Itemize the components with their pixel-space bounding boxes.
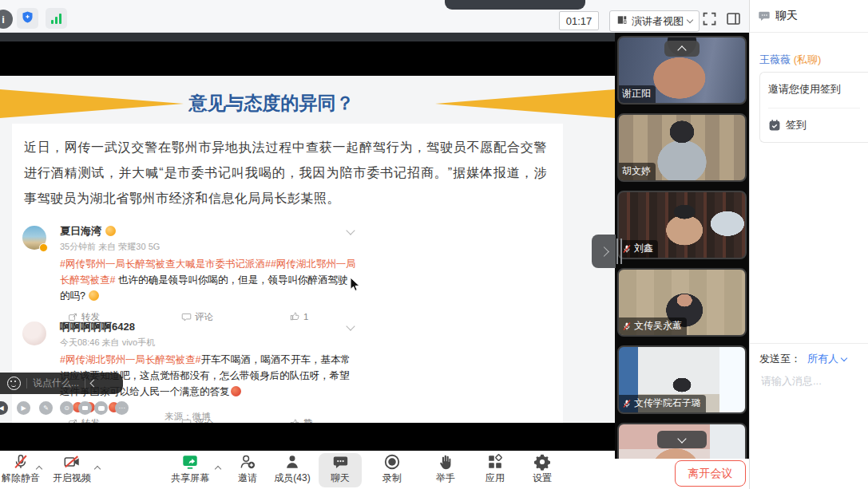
repost-icon <box>68 418 78 423</box>
chat-icon <box>331 453 349 471</box>
hashtag-link[interactable]: #网传湖北鄂州一局长醉驾被查# <box>60 354 200 365</box>
settings-button[interactable]: 设置 <box>517 453 568 487</box>
raise-hand-button[interactable]: 举手 <box>420 453 471 487</box>
chat-message-input[interactable] <box>759 374 862 388</box>
smiley-icon[interactable] <box>7 377 21 390</box>
collapse-left-icon[interactable] <box>90 380 98 388</box>
message-sender: 王薇薇 (私聊) <box>759 53 821 67</box>
participant-video-tile[interactable] <box>617 423 747 459</box>
collapsed-meeting-controls-tab[interactable] <box>445 0 585 10</box>
private-chat-tag: (私聊) <box>794 53 822 65</box>
security-shield-button[interactable] <box>17 8 38 29</box>
leave-meeting-button[interactable]: 离开会议 <box>675 460 746 487</box>
fullscreen-button[interactable] <box>701 10 718 27</box>
share-screen-button[interactable]: 共享屏幕 <box>164 453 216 487</box>
strip-drag-grip[interactable] <box>616 239 622 264</box>
raise-hand-icon <box>437 453 454 471</box>
participant-video-strip: 谢正阳 胡文婷 刘鑫 文传吴永蕙 文传学院石子璐 <box>615 32 749 459</box>
top-bar: i 01:17 演讲者视图 <box>0 0 749 33</box>
comment-bubble-icon[interactable] <box>94 401 108 415</box>
chat-header: 聊天 <box>750 0 868 33</box>
participant-name: 文传学院石子璐 <box>634 396 701 410</box>
play-icon[interactable]: ▶ <box>17 401 30 415</box>
invite-icon <box>239 453 256 471</box>
chevron-down-icon <box>841 354 847 361</box>
shield-plus-icon <box>21 10 34 27</box>
mic-muted-icon <box>622 321 632 331</box>
network-quality-button[interactable] <box>46 8 67 29</box>
video-options-caret[interactable] <box>92 462 103 473</box>
shared-screen-region: 意见与态度的异同？ 近日，网传一武汉交警在鄂州市异地执法过程中查获一起醉驾行为，… <box>0 32 615 451</box>
members-icon <box>283 453 301 471</box>
checkin-invite-card: 邀请您使用签到 签到 <box>759 72 868 143</box>
view-mode-dropdown[interactable]: 演讲者视图 <box>609 10 700 32</box>
camera-off-icon <box>63 453 81 471</box>
apps-button[interactable]: 应用 <box>470 453 521 487</box>
post-author[interactable]: 夏日海湾 <box>60 224 357 239</box>
mic-muted-icon <box>12 453 30 471</box>
pencil-icon[interactable]: ✎ <box>39 401 53 415</box>
members-button[interactable]: 成员(43) <box>267 453 318 487</box>
record-button[interactable]: 录制 <box>367 453 418 487</box>
emoji <box>89 290 99 301</box>
chat-bubble-icon <box>758 10 771 22</box>
chat-title: 聊天 <box>775 9 798 23</box>
yellow-banner-left <box>0 89 184 118</box>
checkin-button[interactable]: 签到 <box>768 118 860 132</box>
side-panel-button[interactable] <box>725 10 742 27</box>
participant-name: 胡文婷 <box>622 164 651 178</box>
shared-window-chrome <box>0 32 615 41</box>
chevron-down-icon <box>687 17 693 23</box>
focus-icon[interactable]: ⊙ <box>60 401 73 415</box>
more-icon[interactable]: ⋯ <box>115 401 129 415</box>
scroll-down-button[interactable] <box>657 431 707 448</box>
participant-video-tile[interactable]: 谢正阳 <box>617 36 747 105</box>
mic-muted-icon <box>622 399 632 408</box>
yellow-banner-right <box>435 89 615 118</box>
back-icon[interactable]: ◀ <box>0 401 8 415</box>
start-video-button[interactable]: 开启视频 <box>46 453 97 487</box>
network-quality-icon <box>51 14 61 24</box>
participant-video-tile[interactable]: 刘鑫 <box>617 191 747 259</box>
post-author[interactable]: 啊啊啊啊啊6428 <box>60 320 357 334</box>
danmaku-placeholder[interactable]: 说点什么... <box>33 377 79 390</box>
invite-button[interactable]: 邀请 <box>222 453 273 487</box>
post-meta: 今天08:46 来自 vivo手机 <box>60 337 357 349</box>
divider <box>768 108 860 108</box>
thumbs-up-icon <box>290 418 300 423</box>
post-meta: 35分钟前 来自 荣耀30 5G <box>60 241 357 253</box>
info-icon[interactable]: i <box>0 10 13 29</box>
repost-button[interactable]: 转发 <box>68 417 100 423</box>
side-panel-icon <box>725 10 742 27</box>
send-to-dropdown[interactable]: 所有人 <box>807 352 846 366</box>
scroll-up-button[interactable] <box>664 41 700 57</box>
participant-name: 刘鑫 <box>634 242 653 255</box>
avatar[interactable] <box>22 321 46 345</box>
meeting-app-window: i 01:17 演讲者视图 <box>0 0 868 489</box>
participant-name: 文传吴永蕙 <box>634 319 682 333</box>
slide-body-text: 近日，网传一武汉交警在鄂州市异地执法过程中查获一起醉驾行为，驾驶员不愿配合交警进… <box>24 135 547 211</box>
presentation-slide: 意见与态度的异同？ 近日，网传一武汉交警在鄂州市异地执法过程中查获一起醉驾行为，… <box>0 76 615 423</box>
chat-panel: 聊天 王薇薇 (私聊) 邀请您使用签到 签到 发送至： 所有人 <box>749 0 868 489</box>
mic-options-caret[interactable] <box>34 462 45 473</box>
like-button[interactable]: 赞 <box>290 417 313 423</box>
chat-compose-area: 发送至： 所有人 <box>750 343 868 388</box>
chat-button[interactable]: 聊天 <box>319 453 362 487</box>
participant-video-tile[interactable]: 文传学院石子璐 <box>617 345 747 414</box>
mic-muted-icon <box>622 244 632 254</box>
sender-name[interactable]: 王薇薇 <box>759 53 791 65</box>
strip-collapse-handle[interactable] <box>592 235 616 268</box>
share-screen-icon <box>181 453 199 471</box>
mouse-cursor <box>350 277 360 292</box>
danmaku-input-bar[interactable]: 说点什么... <box>0 373 123 394</box>
apps-icon <box>486 453 504 471</box>
invite-message: 邀请您使用签到 <box>768 82 860 97</box>
divider <box>26 378 27 388</box>
settings-icon <box>533 453 551 471</box>
camera-icon[interactable] <box>78 401 92 415</box>
layout-icon <box>616 14 628 28</box>
send-to-label: 发送至： <box>759 352 801 366</box>
participant-video-tile[interactable]: 文传吴永蕙 <box>617 268 747 337</box>
participant-video-tile[interactable]: 胡文婷 <box>617 113 747 182</box>
verified-badge <box>39 243 48 252</box>
